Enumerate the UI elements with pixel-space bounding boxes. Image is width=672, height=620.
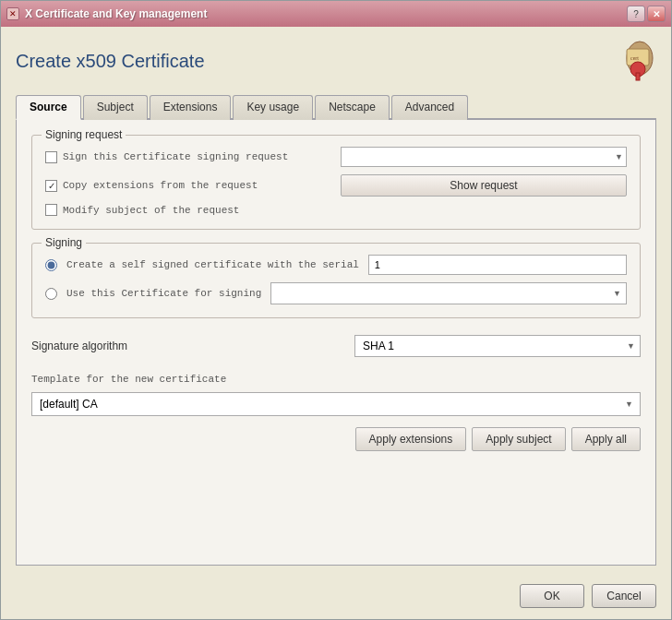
modify-subject-checkbox[interactable] bbox=[45, 204, 57, 216]
serial-input[interactable] bbox=[368, 255, 627, 275]
modify-subject-left: Modify subject of the request bbox=[45, 204, 239, 216]
tab-source[interactable]: Source bbox=[16, 95, 81, 120]
modify-subject-row: Modify subject of the request bbox=[45, 204, 627, 216]
svg-text:cert: cert bbox=[630, 55, 639, 61]
title-bar: ✕ X Certificate and Key management ? ✕ bbox=[1, 1, 671, 27]
self-signed-label: Create a self signed certificate with th… bbox=[66, 259, 359, 270]
template-label: Template for the new certificate bbox=[31, 374, 641, 385]
apply-subject-button[interactable]: Apply subject bbox=[472, 427, 565, 451]
sign-cert-row: Sign this Certificate signing request bbox=[45, 147, 627, 167]
template-section: Template for the new certificate [defaul… bbox=[31, 374, 641, 451]
use-cert-row: Use this Certificate for signing bbox=[45, 282, 627, 304]
signing-group-label: Signing bbox=[42, 236, 86, 249]
window-title: X Certificate and Key management bbox=[25, 7, 207, 20]
signature-algorithm-label: Signature algorithm bbox=[31, 340, 127, 352]
copy-ext-checkbox[interactable] bbox=[45, 180, 57, 192]
request-select-wrapper bbox=[341, 147, 627, 167]
bottom-bar: OK Cancel bbox=[1, 577, 671, 619]
show-request-button[interactable]: Show request bbox=[341, 174, 627, 197]
svg-rect-3 bbox=[636, 73, 640, 80]
template-select[interactable]: [default] CA [default] SSL [default] Cli… bbox=[31, 392, 641, 416]
tab-bar: Source Subject Extensions Key usage Nets… bbox=[16, 93, 656, 120]
help-button[interactable]: ? bbox=[627, 6, 645, 22]
self-signed-radio[interactable] bbox=[45, 259, 57, 271]
sign-cert-label: Sign this Certificate signing request bbox=[63, 151, 288, 162]
apply-extensions-button[interactable]: Apply extensions bbox=[355, 427, 467, 451]
copy-ext-label: Copy extensions from the request bbox=[63, 180, 258, 191]
title-bar-left: ✕ X Certificate and Key management bbox=[6, 7, 207, 20]
template-buttons: Apply extensions Apply subject Apply all bbox=[31, 427, 641, 451]
sign-cert-checkbox[interactable] bbox=[45, 151, 57, 163]
sign-cert-left: Sign this Certificate signing request bbox=[45, 151, 288, 163]
modify-subject-label: Modify subject of the request bbox=[63, 205, 239, 216]
signing-request-group: Signing request Sign this Certificate si… bbox=[31, 135, 641, 230]
tab-key-usage[interactable]: Key usage bbox=[233, 95, 313, 120]
copy-ext-left: Copy extensions from the request bbox=[45, 180, 258, 192]
signature-algorithm-select[interactable]: SHA 1 SHA 256 SHA 384 SHA 512 MD5 bbox=[354, 335, 641, 357]
signing-group: Signing Create a self signed certificate… bbox=[31, 243, 641, 318]
sig-alg-select-wrapper: SHA 1 SHA 256 SHA 384 SHA 512 MD5 bbox=[354, 335, 641, 357]
close-button[interactable]: ✕ bbox=[647, 6, 666, 22]
signing-request-label: Signing request bbox=[42, 128, 126, 141]
tab-subject[interactable]: Subject bbox=[83, 95, 148, 120]
signature-algorithm-row: Signature algorithm SHA 1 SHA 256 SHA 38… bbox=[31, 331, 641, 361]
request-dropdown[interactable] bbox=[341, 147, 627, 167]
certificate-icon: cert bbox=[601, 38, 656, 84]
self-signed-row: Create a self signed certificate with th… bbox=[45, 255, 627, 275]
use-cert-radio[interactable] bbox=[45, 288, 57, 300]
tab-advanced[interactable]: Advanced bbox=[391, 95, 468, 120]
apply-all-button[interactable]: Apply all bbox=[571, 427, 641, 451]
tab-netscape[interactable]: Netscape bbox=[315, 95, 390, 120]
app-header: Create x509 Certificate cert bbox=[16, 38, 656, 84]
template-select-wrapper: [default] CA [default] SSL [default] Cli… bbox=[31, 392, 641, 416]
use-cert-label: Use this Certificate for signing bbox=[66, 288, 261, 299]
use-cert-dropdown[interactable] bbox=[270, 282, 627, 304]
app-icon: ✕ bbox=[6, 7, 19, 20]
tab-extensions[interactable]: Extensions bbox=[150, 95, 232, 120]
content-area: Create x509 Certificate cert Source Subj… bbox=[1, 27, 671, 577]
ok-button[interactable]: OK bbox=[520, 584, 584, 608]
use-cert-select-wrapper bbox=[270, 282, 627, 304]
main-panel: Signing request Sign this Certificate si… bbox=[16, 120, 656, 566]
page-title: Create x509 Certificate bbox=[16, 51, 205, 72]
title-bar-buttons: ? ✕ bbox=[627, 6, 666, 22]
copy-ext-row: Copy extensions from the request Show re… bbox=[45, 174, 627, 197]
main-window: ✕ X Certificate and Key management ? ✕ C… bbox=[0, 0, 672, 620]
cancel-button[interactable]: Cancel bbox=[592, 584, 656, 608]
